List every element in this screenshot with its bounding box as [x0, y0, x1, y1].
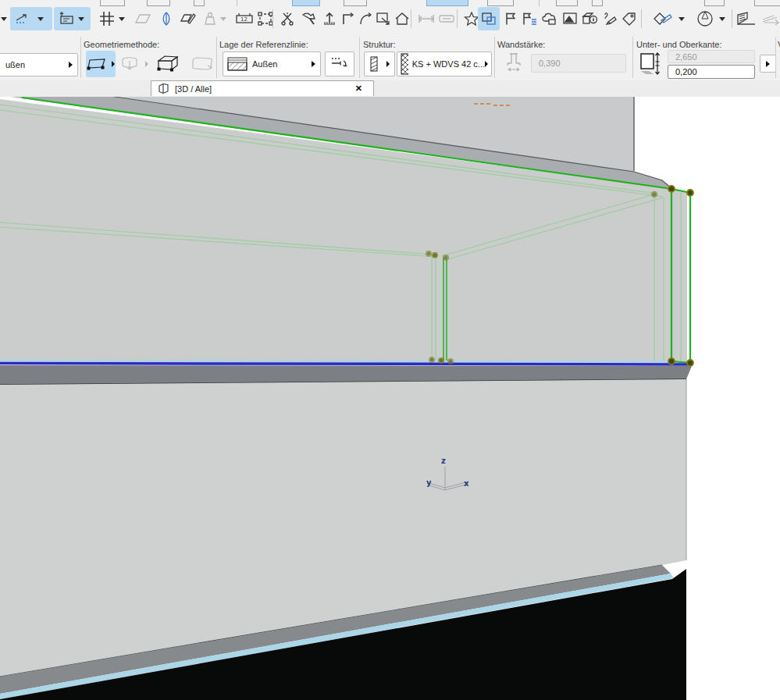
- wall-reference-line[interactable]: [0, 364, 692, 365]
- clipped-icon: [100, 0, 125, 6]
- geometry-method-label: Geometriemethode:: [84, 40, 159, 49]
- hatch-arrow-icon[interactable]: [760, 9, 780, 29]
- clipped-icon: [556, 0, 578, 6]
- grid-snap-icon[interactable]: [97, 9, 117, 29]
- selection-handle[interactable]: [652, 192, 657, 197]
- axis-y-label: y: [426, 478, 432, 487]
- flip-reference-line-button[interactable]: [325, 52, 354, 76]
- flag-list-icon[interactable]: [519, 9, 540, 29]
- dropdown-caret[interactable]: [719, 17, 725, 21]
- clipped-icon: [344, 0, 367, 6]
- reference-line-combo[interactable]: Außen: [223, 52, 321, 76]
- flip-icon: [330, 56, 349, 72]
- pickup-brush-icon[interactable]: [600, 9, 620, 29]
- top-toolbar: 12: [0, 0, 780, 37]
- dropdown-caret[interactable]: [220, 17, 226, 21]
- figure-icon[interactable]: [560, 9, 580, 29]
- structure-composite-combo[interactable]: KS + WDVS 42 c...: [397, 52, 492, 76]
- tab-bar: [3D / Alle] ✕: [0, 80, 780, 97]
- selection-handle[interactable]: [429, 357, 434, 362]
- dropdown-caret[interactable]: [119, 17, 125, 21]
- dropdown-caret[interactable]: [1, 17, 7, 21]
- dropdown-caret[interactable]: [78, 17, 84, 21]
- tab-3d-alle[interactable]: [3D / Alle] ✕: [151, 80, 374, 96]
- clipped-icon: [704, 0, 725, 6]
- reference-snap-icon[interactable]: [12, 9, 32, 29]
- wall-thickness-field: [531, 54, 626, 73]
- toolbar-separator: [641, 9, 642, 28]
- shape-circle-icon[interactable]: [693, 9, 717, 29]
- right-caret-icon: [312, 61, 315, 67]
- home-icon[interactable]: [392, 9, 412, 29]
- level-a-icon[interactable]: [416, 9, 436, 29]
- toolbar-separator: [272, 9, 273, 28]
- selection-handle[interactable]: [687, 190, 693, 196]
- geometry-chained-wall-button[interactable]: [153, 51, 183, 77]
- editing-plane-icon[interactable]: [156, 9, 176, 29]
- favorites-combo-value: ußen: [5, 60, 25, 69]
- split-icon[interactable]: [278, 9, 298, 29]
- coordinates-box-icon[interactable]: [57, 9, 77, 29]
- reference-line-swatch-icon: [227, 57, 248, 71]
- structure-value: KS + WDVS 42 c...: [412, 59, 485, 69]
- selection-handle[interactable]: [443, 255, 448, 260]
- toolbar-separator: [732, 9, 732, 28]
- elevation-more-button[interactable]: [760, 55, 776, 73]
- composite-swatch-icon: [401, 53, 408, 75]
- wall-section-icon: [369, 55, 381, 73]
- section-divider: [775, 37, 776, 78]
- dropdown-caret[interactable]: [37, 17, 44, 21]
- transfer-settings-icon[interactable]: [650, 9, 675, 29]
- tab-label: [3D / Alle]: [175, 84, 212, 94]
- selection-handle[interactable]: [448, 359, 453, 364]
- dimension-guide-icon[interactable]: 12: [234, 9, 255, 29]
- adjust-icon[interactable]: [299, 9, 319, 29]
- selection-handle[interactable]: [687, 360, 693, 366]
- selection-handle[interactable]: [433, 253, 437, 258]
- toolbar-separator: [457, 9, 458, 28]
- trace-reference-icon[interactable]: [479, 9, 499, 29]
- info-package-icon[interactable]: [580, 9, 600, 29]
- toolbar-separator: [411, 9, 411, 28]
- selection-handle[interactable]: [668, 186, 675, 192]
- right-caret-icon: [112, 61, 115, 67]
- geometry-rectangle-wall-button[interactable]: [187, 51, 216, 77]
- intersection-hatch-icon[interactable]: [735, 9, 758, 29]
- plane-pencil-icon[interactable]: [178, 9, 198, 29]
- section-divider: [80, 37, 81, 78]
- level-b-icon[interactable]: [436, 9, 457, 29]
- tool-options-bar: ußen Geometriemethode:: [0, 36, 780, 81]
- svg-text:12: 12: [240, 16, 248, 23]
- label-tag-icon[interactable]: [619, 9, 639, 29]
- elevation-icon: [639, 51, 662, 80]
- tab-close-icon[interactable]: ✕: [355, 84, 362, 94]
- gravity-icon[interactable]: [200, 9, 220, 29]
- selection-handle[interactable]: [426, 251, 431, 256]
- bottom-elevation-field[interactable]: [668, 65, 755, 79]
- right-caret-icon: [386, 61, 390, 67]
- library-cloud-icon[interactable]: [540, 9, 560, 29]
- structure-type-button[interactable]: [364, 52, 395, 76]
- selection-handle[interactable]: [668, 358, 675, 364]
- wall-thickness-icon: [504, 52, 524, 77]
- right-caret-icon: [145, 61, 148, 67]
- clipped-icon: [487, 0, 514, 6]
- clipped-icon: [592, 0, 603, 6]
- cube-3d-icon: [158, 83, 170, 94]
- section-divider: [216, 37, 217, 78]
- geometry-straight-wall-button[interactable]: [86, 51, 116, 77]
- favorites-combo[interactable]: ußen: [0, 53, 78, 76]
- right-caret-icon: [69, 62, 73, 68]
- viewport-3d: z y x: [0, 95, 780, 700]
- elevate-icon[interactable]: [319, 9, 340, 29]
- resize-icon[interactable]: [373, 9, 394, 29]
- section-divider: [632, 37, 633, 78]
- skew-plane-icon[interactable]: [133, 9, 153, 29]
- selection-handle[interactable]: [439, 358, 443, 363]
- dropdown-caret[interactable]: [678, 17, 685, 21]
- geometry-curved-wall-button[interactable]: [119, 51, 149, 77]
- flag-icon[interactable]: [500, 9, 521, 29]
- reference-line-value: Außen: [252, 59, 277, 69]
- right-caret-icon: [485, 61, 488, 67]
- clipped-icon: [194, 0, 205, 6]
